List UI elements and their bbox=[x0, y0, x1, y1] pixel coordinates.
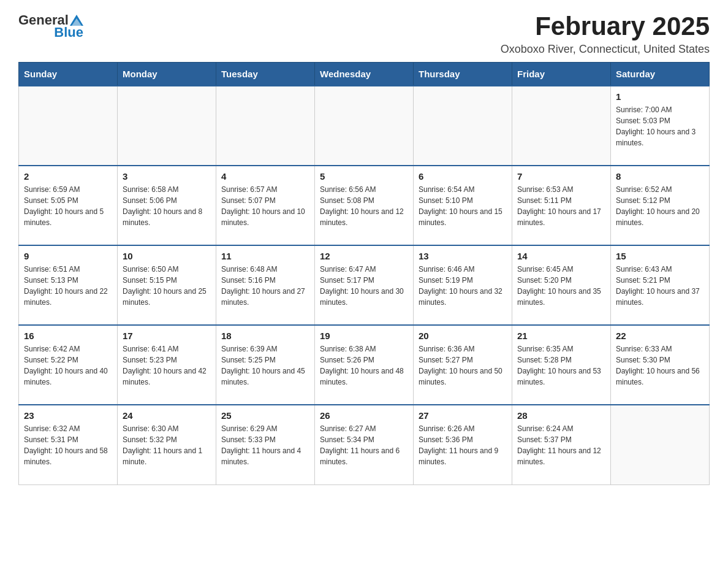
calendar-week-row: 9Sunrise: 6:51 AM Sunset: 5:13 PM Daylig… bbox=[19, 245, 710, 325]
day-number: 12 bbox=[320, 251, 408, 261]
table-row: 18Sunrise: 6:39 AM Sunset: 5:25 PM Dayli… bbox=[216, 325, 315, 405]
table-row: 4Sunrise: 6:57 AM Sunset: 5:07 PM Daylig… bbox=[216, 166, 315, 245]
table-row: 3Sunrise: 6:58 AM Sunset: 5:06 PM Daylig… bbox=[118, 166, 216, 245]
table-row: 6Sunrise: 6:54 AM Sunset: 5:10 PM Daylig… bbox=[414, 166, 512, 245]
day-info: Sunrise: 6:45 AM Sunset: 5:20 PM Dayligh… bbox=[517, 264, 605, 308]
table-row bbox=[118, 86, 216, 166]
day-number: 25 bbox=[221, 410, 309, 421]
day-info: Sunrise: 6:58 AM Sunset: 5:06 PM Dayligh… bbox=[123, 184, 211, 228]
header-wednesday: Wednesday bbox=[315, 63, 414, 86]
day-info: Sunrise: 6:43 AM Sunset: 5:21 PM Dayligh… bbox=[616, 264, 704, 308]
table-row: 25Sunrise: 6:29 AM Sunset: 5:33 PM Dayli… bbox=[216, 405, 315, 484]
table-row: 16Sunrise: 6:42 AM Sunset: 5:22 PM Dayli… bbox=[19, 325, 118, 405]
day-info: Sunrise: 6:59 AM Sunset: 5:05 PM Dayligh… bbox=[24, 184, 112, 228]
day-info: Sunrise: 6:46 AM Sunset: 5:19 PM Dayligh… bbox=[419, 264, 507, 308]
page-subtitle: Oxoboxo River, Connecticut, United State… bbox=[501, 43, 710, 56]
day-info: Sunrise: 6:30 AM Sunset: 5:32 PM Dayligh… bbox=[123, 423, 211, 467]
day-number: 7 bbox=[517, 171, 605, 182]
table-row: 19Sunrise: 6:38 AM Sunset: 5:26 PM Dayli… bbox=[315, 325, 414, 405]
day-info: Sunrise: 6:50 AM Sunset: 5:15 PM Dayligh… bbox=[123, 264, 211, 308]
day-info: Sunrise: 6:33 AM Sunset: 5:30 PM Dayligh… bbox=[616, 343, 704, 388]
day-number: 13 bbox=[419, 251, 507, 261]
table-row: 21Sunrise: 6:35 AM Sunset: 5:28 PM Dayli… bbox=[512, 325, 611, 405]
table-row bbox=[414, 86, 512, 166]
header-monday: Monday bbox=[118, 63, 216, 86]
day-number: 28 bbox=[517, 410, 605, 421]
header-tuesday: Tuesday bbox=[216, 63, 315, 86]
day-info: Sunrise: 6:53 AM Sunset: 5:11 PM Dayligh… bbox=[517, 184, 605, 228]
title-block: February 2025 Oxoboxo River, Connecticut… bbox=[501, 12, 710, 56]
table-row: 10Sunrise: 6:50 AM Sunset: 5:15 PM Dayli… bbox=[118, 245, 216, 325]
table-row: 15Sunrise: 6:43 AM Sunset: 5:21 PM Dayli… bbox=[611, 245, 710, 325]
table-row: 5Sunrise: 6:56 AM Sunset: 5:08 PM Daylig… bbox=[315, 166, 414, 245]
day-number: 19 bbox=[320, 331, 408, 341]
table-row bbox=[512, 86, 611, 166]
table-row: 7Sunrise: 6:53 AM Sunset: 5:11 PM Daylig… bbox=[512, 166, 611, 245]
day-number: 2 bbox=[24, 171, 112, 182]
day-info: Sunrise: 6:47 AM Sunset: 5:17 PM Dayligh… bbox=[320, 264, 408, 308]
table-row: 17Sunrise: 6:41 AM Sunset: 5:23 PM Dayli… bbox=[118, 325, 216, 405]
table-row bbox=[315, 86, 414, 166]
day-info: Sunrise: 6:51 AM Sunset: 5:13 PM Dayligh… bbox=[24, 264, 112, 308]
table-row: 8Sunrise: 6:52 AM Sunset: 5:12 PM Daylig… bbox=[611, 166, 710, 245]
page-header: General Blue February 2025 Oxoboxo River… bbox=[18, 12, 710, 56]
day-number: 21 bbox=[517, 331, 605, 341]
day-number: 5 bbox=[320, 171, 408, 182]
day-info: Sunrise: 6:26 AM Sunset: 5:36 PM Dayligh… bbox=[419, 423, 507, 467]
logo-blue-text: Blue bbox=[54, 25, 83, 40]
calendar-week-row: 2Sunrise: 6:59 AM Sunset: 5:05 PM Daylig… bbox=[19, 166, 710, 245]
table-row bbox=[611, 405, 710, 484]
day-info: Sunrise: 6:27 AM Sunset: 5:34 PM Dayligh… bbox=[320, 423, 408, 467]
day-number: 27 bbox=[419, 410, 507, 421]
table-row: 22Sunrise: 6:33 AM Sunset: 5:30 PM Dayli… bbox=[611, 325, 710, 405]
table-row: 28Sunrise: 6:24 AM Sunset: 5:37 PM Dayli… bbox=[512, 405, 611, 484]
page-title: February 2025 bbox=[501, 12, 710, 40]
calendar-header-row: Sunday Monday Tuesday Wednesday Thursday… bbox=[19, 63, 710, 86]
day-info: Sunrise: 6:56 AM Sunset: 5:08 PM Dayligh… bbox=[320, 184, 408, 228]
table-row: 9Sunrise: 6:51 AM Sunset: 5:13 PM Daylig… bbox=[19, 245, 118, 325]
table-row: 2Sunrise: 6:59 AM Sunset: 5:05 PM Daylig… bbox=[19, 166, 118, 245]
day-number: 23 bbox=[24, 410, 112, 421]
day-info: Sunrise: 6:41 AM Sunset: 5:23 PM Dayligh… bbox=[123, 343, 211, 388]
table-row: 13Sunrise: 6:46 AM Sunset: 5:19 PM Dayli… bbox=[414, 245, 512, 325]
day-number: 6 bbox=[419, 171, 507, 182]
table-row: 14Sunrise: 6:45 AM Sunset: 5:20 PM Dayli… bbox=[512, 245, 611, 325]
calendar-table: Sunday Monday Tuesday Wednesday Thursday… bbox=[18, 62, 710, 485]
calendar-week-row: 1Sunrise: 7:00 AM Sunset: 5:03 PM Daylig… bbox=[19, 86, 710, 166]
day-number: 20 bbox=[419, 331, 507, 341]
day-number: 17 bbox=[123, 331, 211, 341]
table-row: 24Sunrise: 6:30 AM Sunset: 5:32 PM Dayli… bbox=[118, 405, 216, 484]
calendar-week-row: 16Sunrise: 6:42 AM Sunset: 5:22 PM Dayli… bbox=[19, 325, 710, 405]
day-number: 10 bbox=[123, 251, 211, 261]
day-number: 8 bbox=[616, 171, 704, 182]
day-number: 11 bbox=[221, 251, 309, 261]
table-row: 27Sunrise: 6:26 AM Sunset: 5:36 PM Dayli… bbox=[414, 405, 512, 484]
day-info: Sunrise: 6:32 AM Sunset: 5:31 PM Dayligh… bbox=[24, 423, 112, 467]
day-number: 14 bbox=[517, 251, 605, 261]
table-row: 1Sunrise: 7:00 AM Sunset: 5:03 PM Daylig… bbox=[611, 86, 710, 166]
header-friday: Friday bbox=[512, 63, 611, 86]
day-number: 16 bbox=[24, 331, 112, 341]
day-number: 26 bbox=[320, 410, 408, 421]
day-info: Sunrise: 6:35 AM Sunset: 5:28 PM Dayligh… bbox=[517, 343, 605, 388]
table-row: 20Sunrise: 6:36 AM Sunset: 5:27 PM Dayli… bbox=[414, 325, 512, 405]
day-info: Sunrise: 6:24 AM Sunset: 5:37 PM Dayligh… bbox=[517, 423, 605, 467]
table-row: 12Sunrise: 6:47 AM Sunset: 5:17 PM Dayli… bbox=[315, 245, 414, 325]
day-number: 3 bbox=[123, 171, 211, 182]
day-number: 4 bbox=[221, 171, 309, 182]
day-number: 22 bbox=[616, 331, 704, 341]
day-info: Sunrise: 7:00 AM Sunset: 5:03 PM Dayligh… bbox=[616, 104, 704, 148]
table-row: 26Sunrise: 6:27 AM Sunset: 5:34 PM Dayli… bbox=[315, 405, 414, 484]
day-info: Sunrise: 6:36 AM Sunset: 5:27 PM Dayligh… bbox=[419, 343, 507, 388]
header-saturday: Saturday bbox=[611, 63, 710, 86]
header-sunday: Sunday bbox=[19, 63, 118, 86]
day-info: Sunrise: 6:54 AM Sunset: 5:10 PM Dayligh… bbox=[419, 184, 507, 228]
day-number: 1 bbox=[616, 91, 704, 102]
calendar-week-row: 23Sunrise: 6:32 AM Sunset: 5:31 PM Dayli… bbox=[19, 405, 710, 484]
day-info: Sunrise: 6:29 AM Sunset: 5:33 PM Dayligh… bbox=[221, 423, 309, 467]
day-info: Sunrise: 6:52 AM Sunset: 5:12 PM Dayligh… bbox=[616, 184, 704, 228]
table-row bbox=[216, 86, 315, 166]
table-row: 11Sunrise: 6:48 AM Sunset: 5:16 PM Dayli… bbox=[216, 245, 315, 325]
day-info: Sunrise: 6:42 AM Sunset: 5:22 PM Dayligh… bbox=[24, 343, 112, 388]
day-info: Sunrise: 6:48 AM Sunset: 5:16 PM Dayligh… bbox=[221, 264, 309, 308]
